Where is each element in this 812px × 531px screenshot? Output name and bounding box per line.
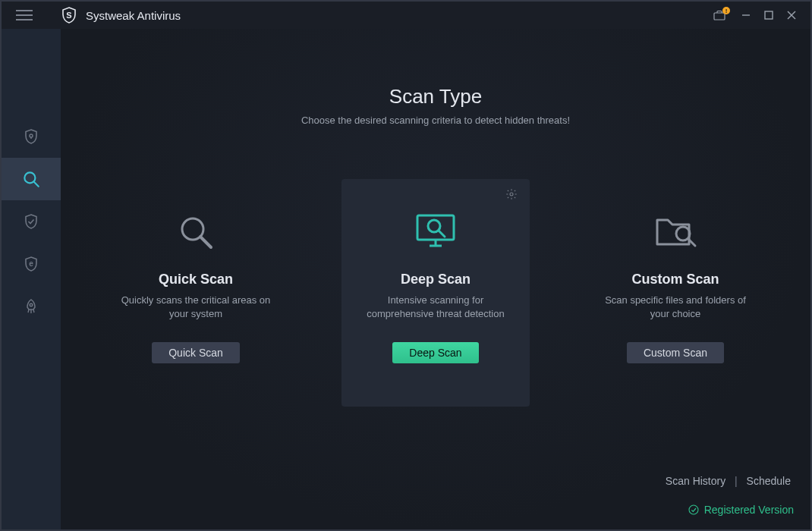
sidebar-item-realtime[interactable]: [2, 200, 61, 243]
svg-line-13: [200, 237, 211, 247]
minimize-icon: [741, 11, 751, 20]
app-window: S Systweak Antivirus !: [0, 0, 812, 531]
shield-lock-icon: [22, 127, 40, 146]
app-logo: S: [58, 5, 80, 26]
rocket-icon: [22, 297, 40, 316]
hamburger-icon: [16, 10, 33, 20]
deep-scan-icon: [411, 211, 460, 253]
quick-scan-icon: [175, 211, 217, 253]
svg-rect-3: [765, 11, 773, 19]
custom-scan-desc: Scan specific files and folders of your …: [595, 294, 756, 324]
deep-scan-settings-button[interactable]: [505, 188, 518, 203]
sidebar: e: [2, 2, 61, 529]
magnifier-icon: [21, 169, 41, 189]
card-deep-scan[interactable]: Deep Scan Intensive scanning for compreh…: [341, 179, 530, 407]
sidebar-item-protection[interactable]: [2, 115, 61, 158]
deep-scan-icon-wrap: [355, 202, 516, 262]
notifications-button[interactable]: !: [712, 6, 735, 24]
custom-scan-icon: [651, 211, 700, 253]
schedule-link[interactable]: Schedule: [747, 475, 791, 487]
license-status: Registered Version: [688, 504, 794, 516]
maximize-icon: [764, 11, 773, 20]
shield-check-icon: [22, 212, 40, 231]
svg-point-22: [689, 505, 698, 514]
footer-links: Scan History | Schedule: [666, 475, 791, 487]
sidebar-item-web[interactable]: e: [2, 243, 61, 285]
custom-scan-button[interactable]: Custom Scan: [627, 342, 724, 363]
card-custom-scan[interactable]: Custom Scan Scan specific files and fold…: [581, 179, 770, 407]
divider: |: [735, 475, 738, 487]
scan-history-link[interactable]: Scan History: [666, 475, 725, 487]
minimize-button[interactable]: [735, 6, 757, 24]
page-subtitle: Choose the desired scanning criteria to …: [61, 115, 810, 126]
page-title: Scan Type: [61, 85, 810, 108]
svg-rect-1: [714, 13, 725, 20]
title-bar: S Systweak Antivirus !: [2, 2, 810, 29]
deep-scan-desc: Intensive scanning for comprehensive thr…: [355, 294, 516, 324]
sidebar-item-scan[interactable]: [2, 158, 61, 200]
check-circle-icon: [688, 504, 700, 516]
svg-point-6: [30, 134, 33, 137]
quick-scan-title: Quick Scan: [115, 272, 276, 287]
notification-badge: !: [722, 7, 730, 14]
maximize-button[interactable]: [757, 6, 780, 24]
quick-scan-desc: Quickly scans the critical areas on your…: [115, 294, 276, 324]
svg-line-9: [34, 182, 39, 187]
svg-point-11: [30, 303, 33, 306]
svg-point-14: [510, 193, 513, 196]
shield-logo-icon: S: [60, 6, 78, 24]
custom-scan-icon-wrap: [595, 202, 756, 262]
sidebar-item-optimize[interactable]: [2, 285, 61, 328]
scan-cards: Quick Scan Quickly scans the critical ar…: [61, 179, 810, 407]
close-button[interactable]: [780, 6, 803, 24]
svg-text:e: e: [29, 259, 33, 268]
shield-e-icon: e: [22, 255, 40, 273]
gear-icon: [505, 188, 518, 200]
license-status-text: Registered Version: [704, 504, 794, 516]
close-icon: [787, 11, 796, 20]
hamburger-menu-button[interactable]: [9, 2, 39, 29]
custom-scan-title: Custom Scan: [595, 272, 756, 287]
main-content: Scan Type Choose the desired scanning cr…: [61, 2, 810, 529]
svg-text:S: S: [66, 11, 71, 20]
app-title: Systweak Antivirus: [86, 9, 181, 22]
deep-scan-button[interactable]: Deep Scan: [392, 342, 478, 363]
svg-line-19: [439, 231, 445, 237]
quick-scan-button[interactable]: Quick Scan: [152, 342, 240, 363]
deep-scan-title: Deep Scan: [355, 272, 516, 287]
quick-scan-icon-wrap: [115, 202, 276, 262]
card-quick-scan[interactable]: Quick Scan Quickly scans the critical ar…: [102, 179, 290, 407]
